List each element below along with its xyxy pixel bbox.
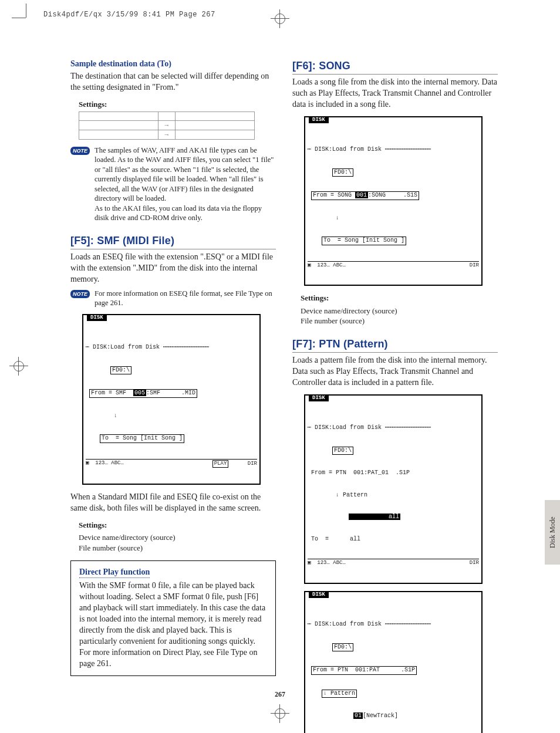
- lcd-footer: ▣ 123… ABC… DIR: [308, 559, 479, 566]
- body-text: Loads a song file from the disk into the…: [292, 77, 498, 110]
- note-block: NOTE The samples of WAV, AIFF and AKAI f…: [70, 146, 276, 223]
- page-number: 267: [0, 690, 560, 699]
- lcd-line: To = Song [Init Song ]: [100, 434, 184, 443]
- settings-body: Device name/directory (source) File numb…: [301, 306, 498, 326]
- lcd-line: DISK:Load from Disk: [93, 344, 160, 350]
- lcd-line: To = all: [311, 536, 360, 542]
- lcd-cursor: 005: [133, 390, 146, 396]
- note-badge-icon: NOTE: [70, 290, 90, 298]
- body-text: The destination that can be selected wil…: [70, 71, 276, 93]
- lcd-line: From = PTN 001:PAT_01 .S1P: [311, 469, 410, 476]
- lcd-footer-item: 123… ABC…: [317, 262, 346, 268]
- right-column: [F6]: SONG Loads a song file from the di…: [292, 59, 498, 733]
- lcd-line: From = PTN 001:PAT .S1P: [311, 666, 417, 675]
- lcd-line: FD0:\: [332, 168, 353, 177]
- lcd-footer-item: DIR: [470, 560, 479, 566]
- lcd-cursor: 01: [353, 712, 363, 719]
- lcd-cursor: 001: [355, 192, 368, 198]
- settings-label: Settings:: [79, 99, 276, 110]
- lcd-footer: ▣ 123… ABC… DIR: [308, 261, 479, 269]
- lcd-footer-item: 123… ABC…: [95, 460, 124, 466]
- lcd-tab: DISK: [309, 395, 329, 401]
- lcd-screenshot-smf: DISK ┉ DISK:Load from Disk ┉┉┉┉┉┉┉┉┉┉┉┉┉…: [82, 314, 261, 485]
- heading-f6: [F6]: SONG: [292, 59, 498, 75]
- note-text: The samples of WAV, AIFF and AKAI file t…: [95, 146, 276, 223]
- heading-f5: [F5]: SMF (MIDI File): [70, 234, 276, 249]
- lcd-line: FD0:\: [110, 366, 131, 375]
- direct-play-callout: Direct Play function With the SMF format…: [70, 560, 276, 676]
- lcd-line: From = SONG: [313, 192, 355, 198]
- lcd-line: DISK:Load from Disk: [315, 621, 382, 627]
- lcd-screenshot-ptn-one: DISK ┉ DISK:Load from Disk ┉┉┉┉┉┉┉┉┉┉┉┉┉…: [304, 591, 483, 733]
- callout-body: With the SMF format 0 file, a file can b…: [79, 580, 267, 669]
- registration-mark-icon: [9, 357, 28, 376]
- lcd-footer: ▣ 123… ABC… PLAY DIR: [86, 459, 257, 468]
- lcd-line: ↓ Pattern: [336, 492, 367, 498]
- settings-table: → →: [79, 112, 255, 140]
- lcd-line: To = Song [Init Song ]: [322, 237, 406, 245]
- heading-f7: [F7]: PTN (Pattern): [292, 337, 498, 353]
- crop-mark-icon: [26, 18, 43, 35]
- note-badge-icon: NOTE: [70, 147, 90, 155]
- side-tab: Disk Mode: [545, 500, 560, 565]
- lcd-screenshot-song: DISK ┉ DISK:Load from Disk ┉┉┉┉┉┉┉┉┉┉┉┉┉…: [304, 116, 483, 286]
- lcd-footer-item: 123… ABC…: [317, 560, 346, 566]
- lcd-footer-item: PLAY: [212, 460, 229, 468]
- body-text: When a Standard MIDI file and ESEQ file …: [70, 492, 276, 514]
- lcd-footer-item: DIR: [470, 262, 479, 269]
- lcd-line: DISK:Load from Disk: [315, 424, 382, 431]
- note-block: NOTE For more information on ESEQ file f…: [70, 289, 276, 308]
- note-text: For more information on ESEQ file format…: [95, 289, 276, 308]
- heading-sample-destination: Sample destination data (To): [70, 59, 276, 70]
- lcd-line: From = SMF: [91, 390, 133, 396]
- lcd-line: FD0:\: [332, 447, 353, 455]
- lcd-tab: DISK: [309, 117, 329, 123]
- settings-body: Device name/directory (source) File numb…: [79, 532, 276, 553]
- body-text: Loads a pattern file from the disk into …: [292, 355, 498, 389]
- page-content: Sample destination data (To) The destina…: [70, 59, 499, 733]
- registration-mark-icon: [271, 9, 289, 28]
- lcd-line: DISK:Load from Disk: [315, 146, 382, 153]
- print-header: Disk4pdf/E/qx 3/15/99 8:41 PM Page 267: [43, 11, 215, 19]
- lcd-tab: DISK: [309, 592, 329, 598]
- left-column: Sample destination data (To) The destina…: [70, 59, 276, 733]
- lcd-line: :SMF .MID: [146, 390, 195, 396]
- lcd-line: FD0:\: [332, 643, 353, 652]
- body-text: Loads an ESEQ file with the extension ".…: [70, 252, 276, 285]
- lcd-cursor: all: [349, 514, 400, 520]
- settings-label: Settings:: [301, 293, 498, 303]
- lcd-line: :SONG .S1S: [368, 192, 417, 198]
- lcd-tab: DISK: [87, 315, 107, 321]
- lcd-footer-item: DIR: [248, 461, 257, 467]
- lcd-screenshot-ptn-all: DISK ┉ DISK:Load from Disk ┉┉┉┉┉┉┉┉┉┉┉┉┉…: [304, 394, 483, 584]
- lcd-line: [NewTrack]: [363, 712, 398, 719]
- callout-heading: Direct Play function: [79, 567, 150, 579]
- settings-label: Settings:: [79, 520, 276, 531]
